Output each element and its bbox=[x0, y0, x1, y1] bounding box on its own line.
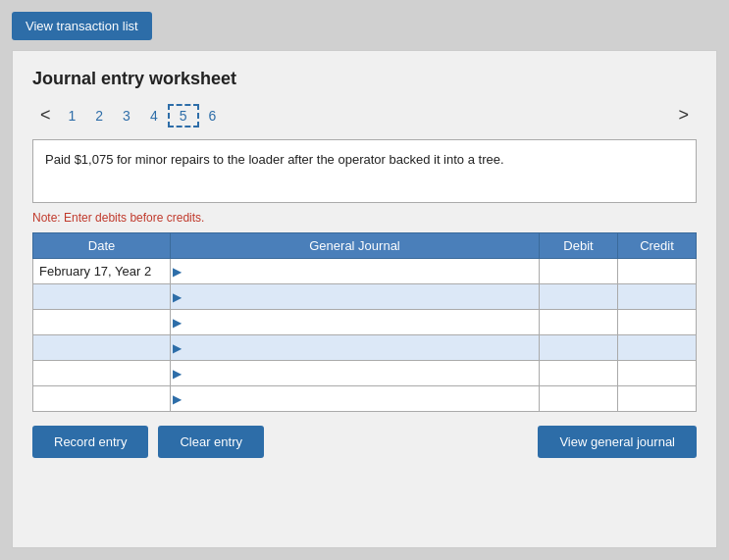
page-5-button[interactable]: 5 bbox=[168, 104, 199, 127]
row4-credit-cell bbox=[618, 335, 697, 361]
row4-date bbox=[33, 335, 171, 361]
description-box: Paid $1,075 for minor repairs to the loa… bbox=[32, 139, 697, 203]
row5-date bbox=[33, 361, 171, 386]
header-general-journal: General Journal bbox=[171, 233, 540, 259]
main-panel: Journal entry worksheet < 1 2 3 4 5 6 > … bbox=[12, 50, 717, 548]
row5-debit-input[interactable] bbox=[540, 361, 617, 385]
row1-date: February 17, Year 2 bbox=[33, 259, 171, 284]
row2-gj-input[interactable] bbox=[184, 284, 539, 309]
view-general-journal-button[interactable]: View general journal bbox=[538, 426, 697, 458]
row2-gj-cell: ▶ bbox=[171, 284, 540, 310]
next-page-button[interactable]: > bbox=[670, 103, 697, 127]
row4-gj-cell: ▶ bbox=[171, 335, 540, 361]
row3-debit-input[interactable] bbox=[540, 310, 617, 334]
row4-arrow-icon: ▶ bbox=[173, 341, 182, 355]
row2-credit-cell bbox=[618, 284, 697, 310]
row2-credit-input[interactable] bbox=[618, 284, 696, 309]
row4-debit-cell bbox=[540, 335, 618, 361]
row3-debit-cell bbox=[540, 310, 618, 335]
row1-debit-cell bbox=[540, 259, 618, 284]
row5-gj-input[interactable] bbox=[184, 361, 539, 385]
row2-arrow-icon: ▶ bbox=[173, 290, 182, 304]
prev-page-button[interactable]: < bbox=[32, 103, 59, 127]
header-date: Date bbox=[33, 233, 171, 259]
panel-title: Journal entry worksheet bbox=[32, 69, 697, 89]
row6-debit-cell bbox=[540, 386, 618, 412]
row3-credit-cell bbox=[618, 310, 697, 335]
row6-arrow-icon: ▶ bbox=[173, 392, 182, 406]
row1-arrow-icon: ▶ bbox=[173, 265, 182, 279]
row5-credit-input[interactable] bbox=[618, 361, 696, 385]
row5-credit-cell bbox=[618, 361, 697, 386]
row4-gj-input[interactable] bbox=[184, 335, 539, 360]
row6-credit-cell bbox=[618, 386, 697, 412]
row5-gj-cell: ▶ bbox=[171, 361, 540, 386]
row5-debit-cell bbox=[540, 361, 618, 386]
page-6-button[interactable]: 6 bbox=[199, 106, 227, 126]
page-4-button[interactable]: 4 bbox=[140, 106, 168, 126]
row1-credit-input[interactable] bbox=[618, 259, 696, 283]
row3-credit-input[interactable] bbox=[618, 310, 696, 334]
pagination: < 1 2 3 4 5 6 > bbox=[32, 103, 697, 127]
row1-credit-cell bbox=[618, 259, 697, 284]
journal-table: Date General Journal Debit Credit Februa… bbox=[32, 232, 697, 412]
row1-gj-input[interactable] bbox=[184, 259, 539, 283]
row2-debit-input[interactable] bbox=[540, 284, 617, 309]
row1-debit-input[interactable] bbox=[540, 259, 617, 283]
row3-date bbox=[33, 310, 171, 335]
view-transaction-button[interactable]: View transaction list bbox=[12, 12, 152, 40]
table-row: ▶ bbox=[33, 310, 697, 335]
row6-credit-input[interactable] bbox=[618, 386, 696, 411]
table-row: February 17, Year 2 ▶ bbox=[33, 259, 697, 284]
page-3-button[interactable]: 3 bbox=[113, 106, 140, 126]
row5-arrow-icon: ▶ bbox=[173, 367, 182, 381]
header-credit: Credit bbox=[618, 233, 697, 259]
row4-credit-input[interactable] bbox=[618, 335, 696, 360]
row6-debit-input[interactable] bbox=[540, 386, 617, 411]
header-debit: Debit bbox=[540, 233, 618, 259]
table-row: ▶ bbox=[33, 386, 697, 412]
row3-gj-cell: ▶ bbox=[171, 310, 540, 335]
description-text: Paid $1,075 for minor repairs to the loa… bbox=[45, 152, 504, 167]
note-text: Note: Enter debits before credits. bbox=[32, 211, 697, 225]
table-row: ▶ bbox=[33, 361, 697, 386]
row6-gj-cell: ▶ bbox=[171, 386, 540, 412]
row3-arrow-icon: ▶ bbox=[173, 316, 182, 330]
row3-gj-input[interactable] bbox=[184, 310, 539, 334]
page-2-button[interactable]: 2 bbox=[85, 106, 113, 126]
row4-debit-input[interactable] bbox=[540, 335, 617, 360]
table-row: ▶ bbox=[33, 284, 697, 310]
row6-gj-input[interactable] bbox=[184, 386, 539, 411]
buttons-row: Record entry Clear entry View general jo… bbox=[32, 426, 697, 458]
row2-date bbox=[33, 284, 171, 310]
row1-gj-cell: ▶ bbox=[171, 259, 540, 284]
record-entry-button[interactable]: Record entry bbox=[32, 426, 148, 458]
top-bar: View transaction list bbox=[12, 12, 717, 40]
row2-debit-cell bbox=[540, 284, 618, 310]
row6-date bbox=[33, 386, 171, 412]
clear-entry-button[interactable]: Clear entry bbox=[158, 426, 264, 458]
page-1-button[interactable]: 1 bbox=[59, 106, 86, 126]
table-row: ▶ bbox=[33, 335, 697, 361]
